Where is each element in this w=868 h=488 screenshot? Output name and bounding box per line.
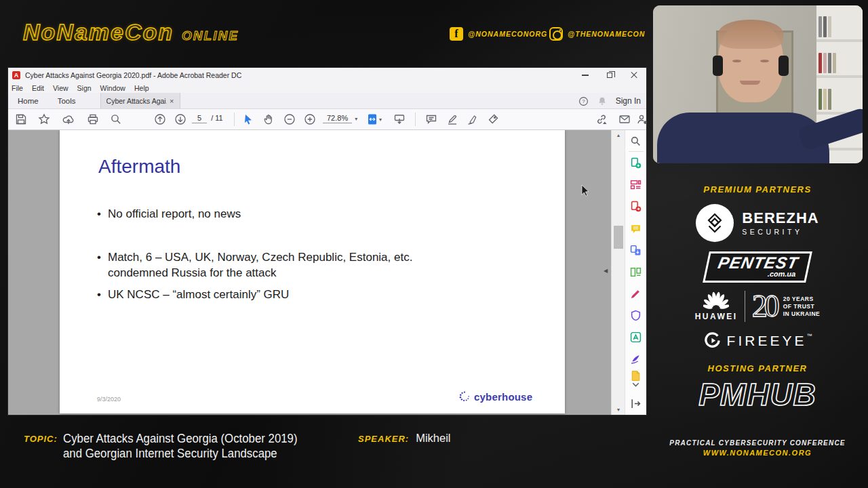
speaker-webcam [653,5,863,163]
notifications-bell-icon[interactable] [597,96,607,106]
zoom-level[interactable]: 72.8% [323,113,352,123]
fill-sign-icon[interactable] [630,288,642,300]
link-icon[interactable] [595,113,608,125]
hosting-partner-heading: HOSTING PARTNER [708,363,808,373]
cyberhouse-icon [458,390,471,403]
page-total: / 11 [211,114,223,122]
menu-help[interactable]: Help [134,84,149,92]
logo-suffix: ONLINE [182,28,239,43]
pdf-page[interactable]: Aftermath No official report, no news Ma… [60,130,565,413]
menu-edit[interactable]: Edit [32,84,44,92]
partners-column: PREMIUM PARTNERS BEREZHA SECURITY PENTES… [652,178,863,413]
menu-sign[interactable]: Sign [77,84,92,92]
scrollbar-thumb[interactable] [614,226,623,249]
vertical-scrollbar[interactable]: ▲ ▼ [611,130,625,415]
title-bar[interactable]: A Cyber Attacks Against Georgia 2020.pdf… [8,68,646,83]
edit-pdf-icon[interactable] [630,266,642,278]
mouse-cursor [581,184,590,197]
menu-view[interactable]: View [53,84,68,92]
slide-bullet-list: No official report, no news Match, 6 – U… [97,206,456,302]
comment-tool-icon[interactable] [630,223,642,235]
berezha-logo: BEREZHA SECURITY [696,204,818,242]
previous-page-icon[interactable] [154,113,166,125]
print-icon[interactable] [87,113,99,125]
next-page-icon[interactable] [174,113,186,125]
page-fit-caret[interactable]: ▾ [379,117,382,123]
tab-document[interactable]: Cyber Attacks Agai... × [100,93,180,108]
slide-bullet: UK NCSC – “almost certainly” GRU [97,287,456,302]
presentation-icon[interactable] [393,113,406,125]
headphone-left-icon [713,56,723,76]
zoom-level-field[interactable]: 72.8% ▾ [323,113,357,123]
organize-pages-icon[interactable] [630,179,642,190]
minimize-button[interactable] [573,68,597,83]
huawei-20-mark: 20 [752,291,776,322]
menu-bar: File Edit View Sign Window Help [8,83,646,93]
stamp-icon[interactable] [487,113,499,125]
tab-bar: Home Tools Cyber Attacks Agai... × ? Sig… [8,93,646,109]
zoom-dropdown-caret[interactable]: ▾ [355,116,357,122]
page-fit-icon[interactable] [366,113,378,125]
pane-divider [629,151,644,152]
save-icon[interactable] [15,113,27,125]
zoom-out-icon[interactable] [283,113,296,125]
restore-button[interactable] [597,68,622,83]
email-icon[interactable] [618,113,631,125]
tab-tools[interactable]: Tools [48,93,85,108]
share-cloud-icon[interactable] [62,113,75,125]
account-icon[interactable] [636,113,648,125]
logo-divider [745,291,745,322]
highlight-icon[interactable] [446,113,458,125]
speaker-label: SPEAKER: [358,434,409,445]
pmhub-logo: PMHUB [698,376,816,413]
close-icon [631,72,637,79]
instagram-icon [549,27,563,41]
instagram-handle: @THENONAMECON [549,27,645,41]
select-tool-icon[interactable] [242,113,254,125]
document-area[interactable]: Aftermath No official report, no news Ma… [8,130,646,415]
create-pdf-icon[interactable] [630,157,642,169]
zoom-in-icon[interactable] [304,113,316,125]
page-current[interactable]: 5 [192,113,207,123]
close-button[interactable] [622,68,646,83]
conference-tagline: PRACTICAL CYBERSECURITY CONFERENCE [652,439,863,447]
expand-chevron-icon[interactable] [630,382,642,388]
scroll-up-icon[interactable]: ▲ [612,133,625,138]
combine-files-icon[interactable] [630,245,642,256]
sign-in-button[interactable]: Sign In [616,96,641,106]
cyberhouse-logo: cyberhouse [458,390,532,403]
menu-file[interactable]: File [12,84,23,92]
slide-bullet: No official report, no news [97,206,456,222]
help-icon[interactable]: ? [578,96,589,106]
sign-icon[interactable] [467,113,479,125]
window-title: Cyber Attacks Against Georgia 2020.pdf -… [25,71,573,79]
menu-window[interactable]: Window [100,84,125,92]
protect-pdf-icon[interactable] [630,310,642,321]
certificates-icon[interactable] [630,353,642,365]
more-tools-icon[interactable] [630,370,642,382]
speaker-head [718,21,783,102]
convert-pdf-icon[interactable] [630,331,642,343]
premium-partners-heading: PREMIUM PARTNERS [703,184,811,195]
tab-close-icon[interactable]: × [170,97,174,105]
comment-icon[interactable] [425,113,437,125]
export-pdf-icon[interactable] [630,201,642,212]
collapse-pane-arrow-icon[interactable]: ◀ [604,268,608,274]
search-icon[interactable] [110,113,122,125]
hand-tool-icon[interactable] [262,113,275,125]
topic-block: TOPIC: Cyber Attacks Against Georgia (Oc… [24,431,307,461]
search-tool-icon[interactable] [630,136,642,147]
slide-date: 9/3/2020 [97,396,121,403]
scroll-down-icon[interactable]: ▼ [612,407,625,412]
topic-line1: Cyber Attacks Against Georgia (October 2… [63,431,298,446]
nonamecon-logo: NoNameConONLINE [23,19,239,45]
speaker-hair [718,20,783,49]
conference-url: WWW.NONAMECON.ORG [652,449,863,457]
page-number-field[interactable]: 5 / 11 [192,113,223,123]
open-pane-icon[interactable] [630,398,642,409]
tab-home[interactable]: Home [8,93,48,108]
acrobat-app-icon: A [12,71,20,79]
topic-label: TOPIC: [24,434,58,461]
bookmark-star-icon[interactable] [38,113,50,125]
restore-icon [607,73,612,78]
